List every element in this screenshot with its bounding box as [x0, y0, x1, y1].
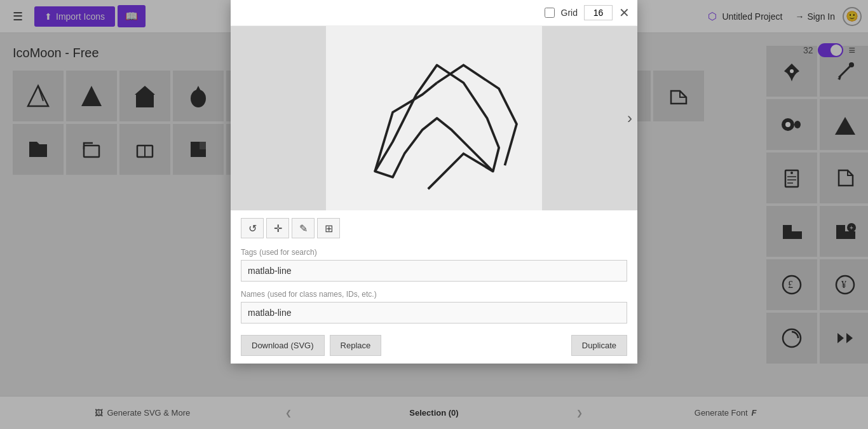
replace-button[interactable]: Replace — [330, 335, 382, 356]
modal-close-button[interactable]: ✕ — [619, 6, 630, 19]
names-hint: (used for class names, IDs, etc.) — [268, 290, 377, 299]
names-input[interactable] — [241, 302, 627, 323]
modal-actions: Download (SVG) Replace Duplicate — [231, 327, 637, 364]
modal-tools: ↺ ✛ ✎ ⊞ — [231, 210, 637, 243]
tags-field-area: Tags (used for search) — [231, 243, 637, 285]
download-svg-label: Download (SVG) — [252, 341, 314, 350]
duplicate-button[interactable]: Duplicate — [571, 335, 627, 356]
grid-input[interactable] — [584, 5, 613, 20]
icon-preview-svg — [345, 36, 523, 201]
grid-checkbox[interactable] — [545, 8, 555, 18]
tags-input[interactable] — [241, 260, 627, 282]
grid-label: Grid — [561, 8, 578, 18]
grid-icon: ⊞ — [325, 222, 333, 235]
chevron-right-icon: › — [627, 109, 632, 126]
names-label: Names (used for class names, IDs, etc.) — [241, 289, 627, 299]
preview-main-panel — [326, 26, 542, 210]
move-tool-button[interactable]: ✛ — [266, 218, 289, 238]
rotate-tool-button[interactable]: ↺ — [241, 218, 264, 238]
duplicate-label: Duplicate — [582, 341, 616, 350]
tags-hint: (used for search) — [259, 248, 317, 257]
tags-label: Tags (used for search) — [241, 247, 627, 257]
move-icon: ✛ — [274, 222, 282, 235]
tags-label-text: Tags — [241, 248, 257, 257]
icon-edit-modal: Grid ✕ › ↺ — [231, 0, 637, 364]
modal-preview: › — [231, 26, 637, 210]
download-svg-button[interactable]: Download (SVG) — [241, 335, 325, 356]
preview-left-panel — [231, 26, 326, 210]
edit-icon: ✎ — [299, 222, 308, 235]
modal-overlay: Grid ✕ › ↺ — [0, 0, 868, 429]
grid-tool-button[interactable]: ⊞ — [317, 218, 340, 238]
preview-right-panel — [542, 26, 637, 210]
replace-label: Replace — [341, 341, 371, 350]
rotate-icon: ↺ — [248, 222, 257, 235]
preview-next-button[interactable]: › — [627, 109, 632, 127]
edit-tool-button[interactable]: ✎ — [292, 218, 315, 238]
names-label-text: Names — [241, 290, 265, 299]
names-field-area: Names (used for class names, IDs, etc.) — [231, 285, 637, 327]
modal-header: Grid ✕ — [231, 0, 637, 26]
